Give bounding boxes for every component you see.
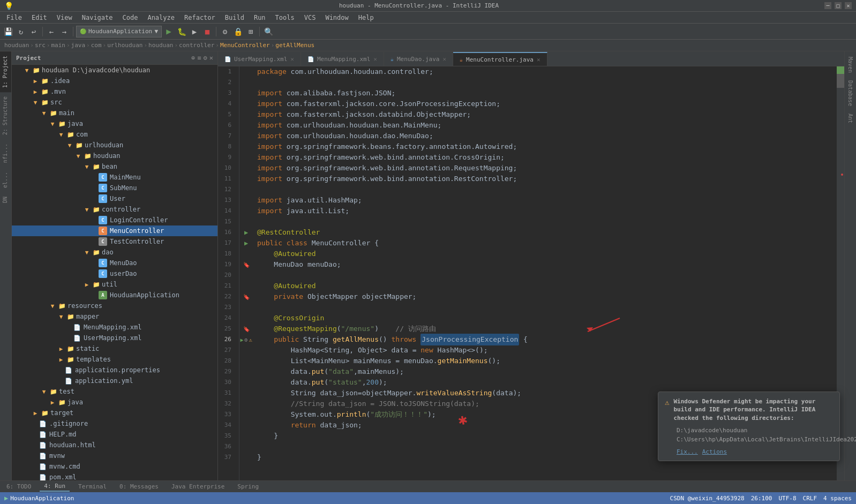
run-tab-messages[interactable]: 0: Messages (115, 482, 163, 491)
tab-usermapping[interactable]: 📄 UserMapping.xml ✕ (218, 52, 301, 66)
run-gutter-17[interactable]: ▶ (244, 239, 248, 247)
vtab-database[interactable]: Database (846, 77, 855, 109)
tree-item-java[interactable]: ▼ 📁java (12, 118, 217, 129)
run-button[interactable]: ▶ (163, 26, 175, 37)
layout-button[interactable]: ⊞ (245, 26, 257, 37)
tab-menudao[interactable]: ☕ MenuDao.java ✕ (384, 52, 453, 66)
run-tab-java-enterprise[interactable]: Java Enterprise (167, 482, 229, 491)
menu-refactor[interactable]: Refactor (180, 13, 220, 22)
menu-code[interactable]: Code (118, 13, 142, 22)
breadcrumb-houduan2[interactable]: houduan (148, 42, 173, 49)
stop-button[interactable]: ■ (201, 26, 213, 37)
tree-item-menudao[interactable]: CMenuDao (12, 258, 217, 268)
tree-item-userdao[interactable]: CuserDao (12, 268, 217, 279)
tree-item-idea[interactable]: ▶ 📁.idea (12, 76, 217, 86)
tree-item-mainmenu[interactable]: CMainMenu (12, 172, 217, 183)
menu-edit[interactable]: Edit (27, 13, 51, 22)
run-config-dropdown[interactable]: 🟢 HouduanApplication ▼ (76, 26, 162, 37)
tree-item-help[interactable]: 📄HELP.md (12, 429, 217, 440)
tree-item-controller[interactable]: ▼ 📁controller (12, 204, 217, 215)
tree-item-app-yml[interactable]: 📄application.yml (12, 375, 217, 386)
tree-item-mvn[interactable]: ▶ 📁.mvn (12, 86, 217, 97)
tree-item-src[interactable]: ▼ 📁src (12, 97, 217, 108)
breadcrumb-controller[interactable]: controller (179, 42, 214, 49)
notif-actions-link[interactable]: Actions (702, 448, 727, 455)
panel-collapse-btn[interactable]: ≡ (197, 54, 201, 62)
tree-item-test-java[interactable]: ▶ 📁java (12, 397, 217, 408)
vtab-el[interactable]: el... (0, 168, 11, 192)
menu-run[interactable]: Run (250, 13, 270, 22)
tree-item-bean[interactable]: ▼ 📁bean (12, 161, 217, 172)
menu-navigate[interactable]: Navigate (78, 13, 117, 22)
breadcrumb-main[interactable]: main (51, 42, 65, 49)
minimize-button[interactable]: ─ (824, 2, 831, 9)
tree-item-mvnw-cmd[interactable]: 📄mvnw.cmd (12, 461, 217, 472)
tree-item-mvnw[interactable]: 📄mvnw (12, 450, 217, 461)
menu-file[interactable]: File (2, 13, 26, 22)
tree-item-templates[interactable]: ▶ 📁templates (12, 354, 217, 365)
vtab-maven[interactable]: Maven (846, 54, 855, 76)
run-app-label[interactable]: ▶ HouduanApplication (4, 494, 74, 502)
tree-item-root[interactable]: ▼ 📁houduan D:\javadcode\houduan (12, 65, 217, 76)
tree-item-resources[interactable]: ▼ 📁resources (12, 300, 217, 311)
tab-close-usermapping[interactable]: ✕ (290, 56, 294, 63)
close-button[interactable]: ✕ (845, 2, 852, 9)
notif-fix-link[interactable]: Fix... (677, 448, 698, 455)
lock-button[interactable]: 🔒 (232, 26, 244, 37)
panel-hide-btn[interactable]: ✕ (209, 54, 213, 62)
tree-item-com[interactable]: ▼ 📁com (12, 129, 217, 140)
tree-item-dao[interactable]: ▼ 📁dao (12, 247, 217, 258)
tab-close-menumapping[interactable]: ✕ (373, 56, 377, 63)
breadcrumb-houduan[interactable]: houduan (4, 42, 29, 49)
tree-item-testcontroller[interactable]: CTestController (12, 236, 217, 247)
menu-build[interactable]: Build (221, 13, 249, 22)
tree-item-logincontroller[interactable]: CLoginController (12, 215, 217, 225)
tree-item-houduanapplication[interactable]: AHouduanApplication (12, 290, 217, 300)
tree-item-main[interactable]: ▼ 📁main (12, 108, 217, 118)
breadcrumb-getallmenus[interactable]: getAllMenus (275, 42, 314, 49)
save-button[interactable]: 💾 (2, 26, 14, 37)
tree-item-menumapping[interactable]: 📄MenuMapping.xml (12, 322, 217, 333)
vtab-project[interactable]: 1: Project (0, 51, 11, 92)
undo-button[interactable]: ↩ (28, 26, 40, 37)
menu-window[interactable]: Window (321, 13, 352, 22)
breadcrumb-menucontroller[interactable]: MenuController (220, 42, 270, 49)
panel-locate-btn[interactable]: ⊕ (191, 54, 195, 62)
tree-item-static[interactable]: ▶ 📁static (12, 343, 217, 354)
vtab-ant[interactable]: Ant (846, 110, 855, 126)
tab-close-menudao[interactable]: ✕ (442, 56, 446, 63)
menu-tools[interactable]: Tools (271, 13, 299, 22)
vtab-structure[interactable]: 2: Structure (0, 92, 11, 139)
tab-menucontroller[interactable]: ☕ MenuController.java ✕ (453, 52, 547, 66)
breadcrumb-com[interactable]: com (91, 42, 102, 49)
tree-item-test[interactable]: ▼ 📁test (12, 386, 217, 397)
vtab-dn[interactable]: DN (0, 192, 11, 207)
panel-settings-btn[interactable]: ⚙ (204, 54, 207, 62)
maximize-button[interactable]: □ (835, 2, 842, 9)
tab-menumapping[interactable]: 📄 MenuMapping.xml ✕ (301, 52, 384, 66)
menu-analyze[interactable]: Analyze (143, 13, 179, 22)
sync-button[interactable]: ↻ (15, 26, 27, 37)
tree-item-app-properties[interactable]: 📄application.properties (12, 365, 217, 375)
debug-button[interactable]: 🐛 (176, 26, 187, 37)
run-with-coverage-button[interactable]: ▶ (189, 26, 200, 37)
tree-item-submenu[interactable]: CSubMenu (12, 183, 217, 193)
tree-item-usermapping[interactable]: 📄UserMapping.xml (12, 333, 217, 343)
tree-item-houduan-pkg[interactable]: ▼ 📁houduan (12, 151, 217, 161)
tree-item-util[interactable]: ▶ 📁util (12, 279, 217, 290)
search-button[interactable]: 🔍 (262, 26, 274, 37)
tree-item-gitignore[interactable]: 📄.gitignore (12, 418, 217, 429)
run-gutter-16[interactable]: ▶ (244, 229, 248, 236)
run-tab-terminal[interactable]: Terminal (74, 482, 111, 491)
tab-close-menucontroller[interactable]: ✕ (537, 56, 540, 63)
breadcrumb-src[interactable]: src (35, 42, 46, 49)
run-tab-spring[interactable]: Spring (233, 482, 263, 491)
forward-button[interactable]: → (58, 26, 70, 37)
tree-item-houduan-html[interactable]: 📄houduan.html (12, 440, 217, 450)
settings-button[interactable]: ⚙ (219, 26, 231, 37)
tree-item-target[interactable]: ▶ 📁target (12, 408, 217, 418)
back-button[interactable]: ← (46, 26, 57, 37)
breadcrumb-java[interactable]: java (71, 42, 86, 49)
tree-item-user[interactable]: CUser (12, 193, 217, 204)
tree-item-pom[interactable]: 📄pom.xml (12, 472, 217, 480)
